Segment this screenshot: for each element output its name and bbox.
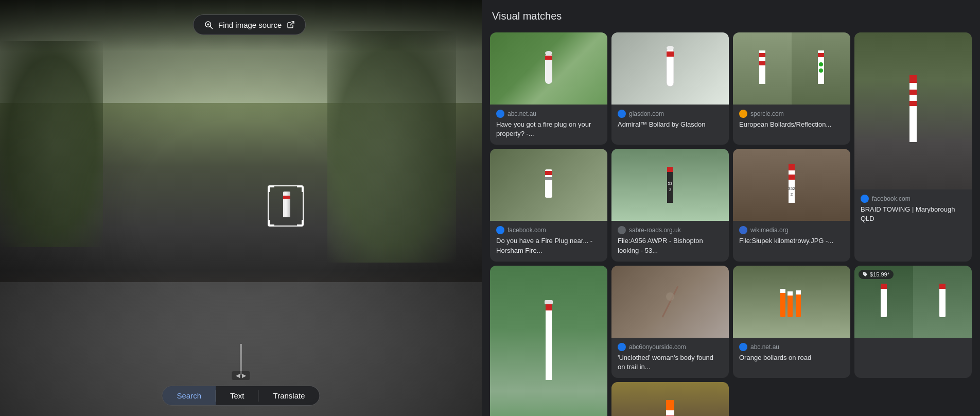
result-image-abc6 — [611, 266, 729, 338]
bollard-icon-1 — [541, 48, 556, 89]
favicon-abc — [496, 110, 504, 118]
svg-rect-23 — [545, 171, 552, 175]
bollard-stripe — [283, 196, 290, 199]
dual-img-sporcle — [733, 32, 850, 105]
result-card-bsp[interactable]: bspaustralia.com.au Guide Posts Brisbane… — [490, 266, 607, 416]
bollard-icon-6: 53 2 — [664, 164, 676, 205]
result-card-orange[interactable]: abc.net.au Orange bollards on road — [733, 266, 850, 378]
source-line-facebook: facebook.com — [496, 226, 601, 234]
external-link-icon — [287, 21, 295, 29]
bollard-icon-7: 352 2 — [785, 162, 798, 208]
source-line-sporcle: sporcle.com — [739, 110, 844, 118]
bollard-icon-5 — [542, 167, 555, 203]
svg-rect-46 — [881, 284, 887, 289]
result-card-sabre[interactable]: 53 2 sabre-roads.org.uk File:A956 AWPR -… — [611, 149, 729, 261]
result-card-braid[interactable]: facebook.com BRAID TOWING | Maryborough … — [854, 32, 972, 262]
result-image-sabre: 53 2 — [611, 149, 729, 221]
result-image-facebook — [490, 149, 607, 221]
result-card-abc[interactable]: abc.net.au Have you got a fire plug on y… — [490, 32, 607, 145]
result-desc-facebook: Do you have a Fire Plug near... - Horsha… — [496, 236, 601, 255]
svg-point-17 — [819, 68, 823, 73]
result-image-glasdon — [611, 32, 729, 105]
result-image-wikimedia: 352 2 — [733, 149, 850, 221]
result-card-price[interactable]: $15.99* — [854, 266, 972, 378]
find-image-source-button[interactable]: Find image source — [193, 14, 306, 35]
result-card-glasdon[interactable]: glasdon.com Admiral™ Bollard by Glasdon — [611, 32, 729, 145]
corner-tr — [297, 186, 303, 192]
source-name-facebook: facebook.com — [507, 227, 546, 234]
dual-img-right — [792, 32, 850, 105]
result-card-facebook[interactable]: facebook.com Do you have a Fire Plug nea… — [490, 149, 607, 261]
corner-tl — [268, 186, 274, 192]
svg-rect-31 — [789, 175, 795, 180]
svg-rect-44 — [796, 290, 801, 294]
price-label: $15.99* — [870, 271, 889, 278]
svg-rect-6 — [545, 56, 552, 60]
svg-rect-20 — [909, 90, 917, 95]
result-card-abc6[interactable]: abc6onyourside.com 'Unclothed' woman's b… — [611, 266, 729, 378]
vignette — [0, 0, 482, 416]
dual-img-left — [733, 32, 792, 105]
source-name-orange: abc.net.au — [750, 343, 779, 351]
svg-rect-36 — [545, 300, 553, 304]
bollard-price-1 — [879, 281, 888, 322]
result-card-sporcle[interactable]: sporcle.com European Bollards/Reflection… — [733, 32, 850, 145]
svg-point-7 — [545, 51, 552, 55]
street-coords: ◀ ▶ — [232, 371, 250, 380]
source-line-wikimedia: wikimedia.org — [739, 226, 844, 234]
selected-bollard — [283, 192, 290, 217]
street-view-panel: ◀ ▶ Find image source Search Text Transl… — [0, 0, 482, 416]
trail-icon — [660, 281, 680, 322]
corner-bl — [268, 220, 274, 226]
source-name-sabre: sabre-roads.org.uk — [629, 227, 681, 234]
text-tab[interactable]: Text — [216, 386, 259, 405]
bollard-icon-2 — [662, 45, 678, 92]
result-info-abc6: abc6onyourside.com 'Unclothed' woman's b… — [611, 338, 729, 378]
favicon-wikimedia — [739, 226, 747, 234]
result-desc-braid: BRAID TOWING | Maryborough QLD — [861, 205, 966, 223]
svg-rect-18 — [909, 75, 917, 142]
svg-point-10 — [667, 46, 674, 50]
result-card-last[interactable] — [611, 382, 729, 416]
source-name-glasdon: glasdon.com — [629, 110, 664, 117]
favicon-orange — [739, 343, 747, 351]
svg-text:2: 2 — [791, 192, 793, 197]
favicon-braid — [861, 195, 869, 203]
svg-rect-12 — [759, 53, 765, 57]
lens-icon — [204, 20, 213, 29]
svg-rect-9 — [667, 51, 674, 57]
result-desc-glasdon: Admiral™ Bollard by Glasdon — [618, 120, 723, 129]
bottom-toolbar: Search Text Translate — [162, 386, 320, 406]
svg-rect-13 — [759, 61, 765, 65]
source-name-wikimedia: wikimedia.org — [750, 227, 788, 234]
source-name-braid: facebook.com — [872, 195, 911, 202]
svg-rect-40 — [780, 289, 785, 293]
svg-text:53: 53 — [668, 181, 673, 186]
find-source-label: Find image source — [218, 21, 282, 29]
svg-line-37 — [662, 286, 678, 317]
result-info-orange: abc.net.au Orange bollards on road — [733, 338, 850, 369]
result-image-abc — [490, 32, 607, 105]
svg-rect-39 — [780, 289, 785, 317]
bollard-icon-3a — [758, 48, 767, 89]
svg-text:352: 352 — [788, 186, 795, 191]
translate-tab[interactable]: Translate — [259, 386, 320, 405]
favicon-sabre — [618, 226, 626, 234]
search-tab[interactable]: Search — [162, 386, 216, 405]
svg-rect-30 — [789, 164, 795, 170]
result-info-wikimedia: wikimedia.org File:Słupek kilometrowy.JP… — [733, 221, 850, 252]
result-image-orange — [733, 266, 850, 338]
svg-rect-26 — [667, 167, 673, 172]
svg-rect-34 — [546, 303, 552, 380]
result-desc-sabre: File:A956 AWPR - Bishopton looking - 53.… — [618, 236, 723, 255]
source-line-braid: facebook.com — [861, 195, 966, 203]
corner-br — [297, 220, 303, 226]
svg-rect-19 — [909, 75, 917, 83]
svg-rect-15 — [818, 53, 824, 57]
results-panel[interactable]: Visual matches abc.net.au Have you got a… — [482, 0, 980, 416]
result-info-glasdon: glasdon.com Admiral™ Bollard by Glasdon — [611, 105, 729, 135]
street-view-image: ◀ ▶ — [0, 0, 482, 416]
source-name-sporcle: sporcle.com — [750, 110, 784, 117]
result-card-wikimedia[interactable]: 352 2 wikimedia.org File:Słupek kilometr… — [733, 149, 850, 261]
bollard-icon-braid — [906, 70, 920, 152]
